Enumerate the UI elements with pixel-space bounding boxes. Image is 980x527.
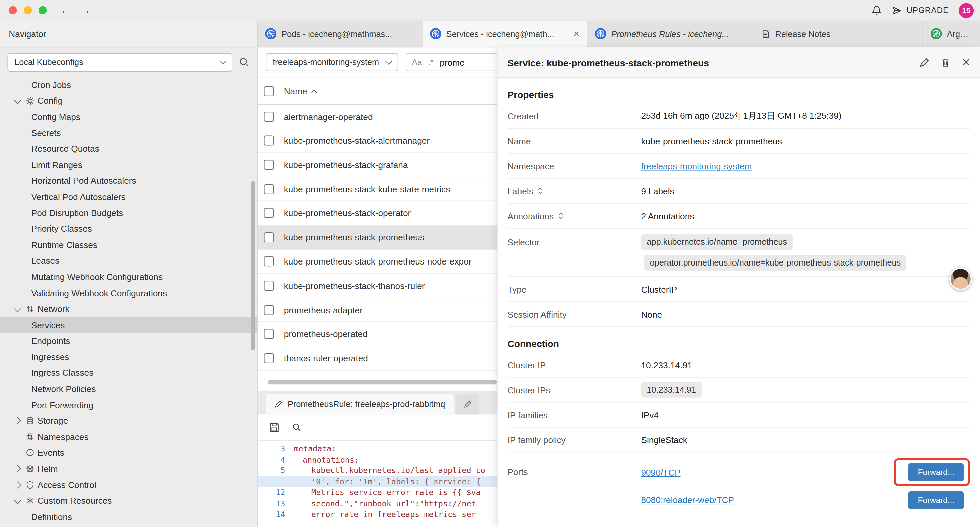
- save-icon[interactable]: [269, 422, 280, 433]
- property-label: Session Affinity: [508, 309, 641, 319]
- sidebar-item-config-maps[interactable]: Config Maps: [0, 109, 257, 125]
- sidebar-item-namespaces[interactable]: Namespaces: [0, 428, 257, 444]
- property-label: Created: [508, 111, 641, 121]
- tab-prometheus-rules[interactable]: Prometheus Rules - icecheng...: [587, 21, 753, 47]
- row-checkbox[interactable]: [264, 329, 274, 339]
- sidebar-item-endpoints[interactable]: Endpoints: [0, 333, 257, 349]
- sidebar-item-ingresses[interactable]: Ingresses: [0, 349, 257, 365]
- editor-search-icon[interactable]: [292, 423, 301, 432]
- dock-tab-prometheusrule[interactable]: PrometheusRule: freeleaps-prod-rabbitmq: [266, 393, 453, 414]
- service-name: kube-prometheus-stack-prometheus: [284, 232, 424, 242]
- regex-toggle[interactable]: .*: [428, 57, 433, 67]
- sidebar-item-cron-jobs[interactable]: Cron Jobs: [0, 77, 257, 93]
- cluster-ip-badge: 10.233.14.91: [641, 382, 702, 398]
- sidebar-item-events[interactable]: Events: [0, 444, 257, 461]
- close-window-button[interactable]: [9, 6, 17, 14]
- sidebar-item-access-control[interactable]: Access Control: [0, 477, 257, 493]
- close-icon[interactable]: ×: [962, 56, 970, 69]
- forward-button[interactable]: Forward...: [908, 491, 964, 509]
- tab-strip: Navigator Pods - icecheng@mathmas... Ser…: [0, 21, 980, 48]
- tab-pods[interactable]: Pods - icecheng@mathmas...: [258, 21, 423, 47]
- horizontal-scrollbar[interactable]: [267, 380, 497, 384]
- row-checkbox[interactable]: [264, 112, 274, 122]
- maximize-window-button[interactable]: [39, 6, 47, 14]
- tab-close-icon[interactable]: ×: [573, 28, 579, 39]
- row-checkbox[interactable]: [264, 208, 274, 218]
- upgrade-button[interactable]: UPGRADE: [892, 5, 949, 15]
- row-checkbox[interactable]: [264, 256, 274, 266]
- match-case-toggle[interactable]: Aa: [412, 57, 422, 67]
- search-query-text: prome: [440, 57, 464, 67]
- service-name: kube-prometheus-stack-operator: [284, 208, 411, 218]
- row-checkbox[interactable]: [264, 136, 274, 146]
- name-column-header[interactable]: Name: [284, 86, 318, 96]
- row-checkbox[interactable]: [264, 184, 274, 194]
- line-number: 14: [258, 509, 294, 519]
- sidebar-item-priority-classes[interactable]: Priority Classes: [0, 221, 257, 237]
- property-label: Ports: [508, 458, 641, 477]
- minimize-window-button[interactable]: [24, 6, 32, 14]
- code-line: annotations:: [294, 455, 359, 464]
- sidebar-item-definitions[interactable]: Definitions: [0, 509, 257, 525]
- sidebar-item-limit-ranges[interactable]: Limit Ranges: [0, 157, 257, 173]
- select-all-checkbox[interactable]: [264, 86, 274, 96]
- tab-argo[interactable]: Argo Se: [923, 21, 980, 47]
- sidebar-item-services[interactable]: Services: [0, 317, 257, 333]
- sidebar-item-label: Validating Webhook Configurations: [31, 288, 167, 298]
- forward-button[interactable]: Forward...: [908, 463, 964, 481]
- sidebar-item-runtime-classes[interactable]: Runtime Classes: [0, 237, 257, 253]
- sidebar-item-network[interactable]: Network: [0, 301, 257, 317]
- port-link[interactable]: 9090/TCP: [641, 467, 681, 477]
- navigator-title: Navigator: [9, 29, 46, 39]
- sidebar-item-secrets[interactable]: Secrets: [0, 125, 257, 141]
- sidebar-item-mutating-webhook-configurations[interactable]: Mutating Webhook Configurations: [0, 269, 257, 285]
- port-link[interactable]: 8080:reloader-web/TCP: [641, 495, 734, 505]
- avatar[interactable]: [949, 267, 972, 290]
- property-row-ports: Ports 9090/TCP Forward... 8080:reloader-…: [508, 453, 970, 519]
- edit-pencil-icon[interactable]: [919, 57, 929, 67]
- sidebar-item-ingress-classes[interactable]: Ingress Classes: [0, 365, 257, 381]
- property-value: 253d 16h 6m ago (2025年1月13日 GMT+8 1:25:3…: [641, 110, 841, 122]
- expand-updown-icon[interactable]: [537, 187, 544, 195]
- row-checkbox[interactable]: [264, 280, 274, 291]
- sidebar-item-config[interactable]: Config: [0, 93, 257, 109]
- history-back-icon[interactable]: ←: [61, 4, 72, 16]
- sidebar-item-horizontal-pod-autoscalers[interactable]: Horizontal Pod Autoscalers: [0, 173, 257, 189]
- delete-trash-icon[interactable]: [941, 57, 951, 67]
- row-checkbox[interactable]: [264, 305, 274, 315]
- chevron-down-icon: [14, 97, 21, 104]
- notifications-bell-icon[interactable]: [871, 5, 882, 16]
- sidebar-item-validating-webhook-configurations[interactable]: Validating Webhook Configurations: [0, 285, 257, 301]
- tab-services[interactable]: Services - icecheng@math... ×: [423, 21, 588, 47]
- property-row-ip-family-policy: IP family policy SingleStack: [508, 428, 970, 453]
- sidebar-item-vertical-pod-autoscalers[interactable]: Vertical Pod Autoscalers: [0, 189, 257, 205]
- tab-label: Services - icecheng@math...: [446, 29, 566, 38]
- tab-release-notes[interactable]: Release Notes: [753, 21, 923, 47]
- history-forward-icon[interactable]: →: [80, 4, 91, 16]
- dock-tab-secondary[interactable]: [456, 393, 479, 414]
- sidebar-item-helm[interactable]: Helm: [0, 461, 257, 477]
- row-checkbox[interactable]: [264, 160, 274, 170]
- connection-heading: Connection: [508, 338, 970, 349]
- sidebar-scrollbar[interactable]: [250, 181, 255, 350]
- sidebar-item-network-policies[interactable]: Network Policies: [0, 381, 257, 397]
- sidebar-item-resource-quotas[interactable]: Resource Quotas: [0, 141, 257, 157]
- sidebar-item-leases[interactable]: Leases: [0, 253, 257, 269]
- sidebar-search-icon[interactable]: [239, 57, 250, 68]
- row-checkbox[interactable]: [264, 232, 274, 242]
- tab-label: Prometheus Rules - icecheng...: [611, 29, 745, 38]
- kubeconfig-selector[interactable]: Local Kubeconfigs: [7, 53, 232, 72]
- namespace-selector[interactable]: freeleaps-monitoring-system: [266, 53, 398, 71]
- sidebar-item-label: Helm: [37, 463, 58, 474]
- selector-badge: operator.prometheus.io/name=kube-prometh…: [644, 255, 906, 271]
- code-line: metadata:: [294, 444, 336, 453]
- sidebar-item-custom-resources[interactable]: Custom Resources: [0, 493, 257, 509]
- notification-count-badge[interactable]: 15: [959, 3, 974, 18]
- namespace-link[interactable]: freeleaps-monitoring-system: [641, 161, 751, 171]
- sidebar-item-pod-disruption-budgets[interactable]: Pod Disruption Budgets: [0, 205, 257, 221]
- expand-updown-icon[interactable]: [557, 212, 565, 220]
- sidebar-item-label: Leases: [31, 256, 60, 266]
- sidebar-item-storage[interactable]: Storage: [0, 413, 257, 429]
- row-checkbox[interactable]: [264, 353, 274, 363]
- sidebar-item-port-forwarding[interactable]: Port Forwarding: [0, 397, 257, 413]
